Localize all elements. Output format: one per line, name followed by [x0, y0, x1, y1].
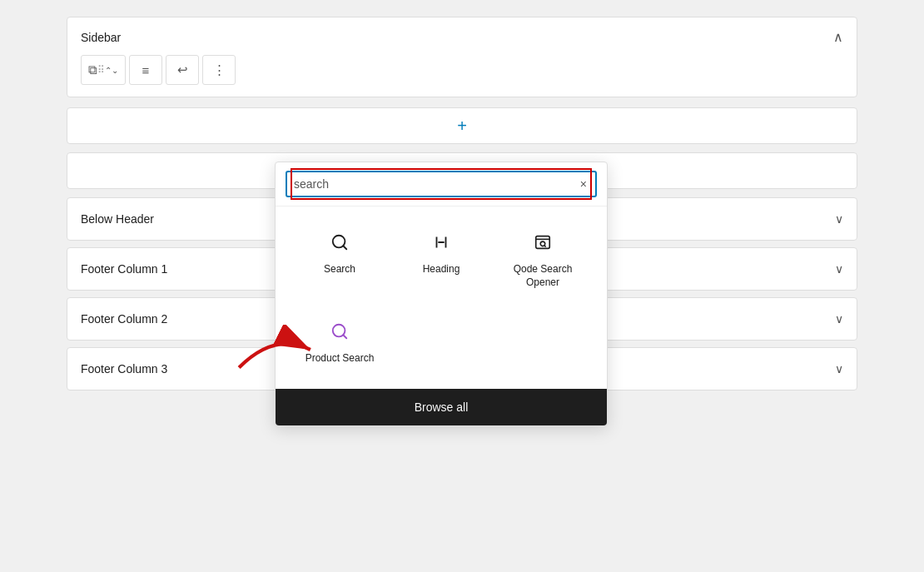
accordion-label: Footer Column 1	[81, 262, 167, 276]
sidebar-panel: Sidebar ∧ ⧉ ⠿ ⌃⌄ ≡ ↩ ⋮	[67, 17, 857, 97]
more-options-icon: ⋮	[213, 62, 226, 77]
sidebar-title: Sidebar	[81, 31, 121, 44]
svg-line-7	[343, 335, 346, 338]
chevron-down-icon: ∨	[835, 212, 843, 226]
chevron-down-icon: ∨	[835, 362, 843, 376]
product-search-icon	[330, 322, 349, 346]
heading-result-icon	[432, 233, 450, 256]
accordion-label: Footer Column 2	[81, 312, 167, 326]
undo-button[interactable]: ↩	[166, 55, 199, 85]
qode-search-opener-icon	[534, 233, 552, 256]
chevron-down-icon: ∨	[835, 262, 843, 276]
browse-all-button[interactable]: Browse all	[276, 389, 607, 425]
clear-search-button[interactable]: ×	[579, 176, 589, 192]
drag-icon: ⠿	[97, 64, 105, 76]
search-input-wrapper: ×	[276, 162, 607, 206]
sidebar-header: Sidebar ∧	[81, 29, 843, 45]
add-icon: +	[457, 117, 467, 136]
search-input-container: ×	[286, 171, 597, 197]
chevron-up-icon[interactable]: ∧	[833, 29, 843, 45]
align-icon: ≡	[142, 63, 150, 77]
copy-icon: ⧉	[88, 62, 97, 77]
undo-icon: ↩	[177, 62, 188, 77]
svg-point-4	[540, 241, 545, 246]
result-label-qode-search-opener: Qode Search Opener	[499, 263, 587, 289]
svg-line-5	[544, 246, 546, 247]
chevron-down-icon: ∨	[835, 312, 843, 326]
align-button[interactable]: ≡	[129, 55, 162, 85]
result-label-search: Search	[324, 263, 355, 276]
result-item-heading[interactable]: Heading	[390, 223, 492, 299]
svg-line-1	[343, 246, 346, 249]
search-popup: × Search Heading	[275, 162, 608, 426]
result-item-qode-search-opener[interactable]: Qode Search Opener	[492, 223, 594, 299]
result-item-product-search[interactable]: Product Search	[289, 312, 390, 376]
search-input[interactable]	[294, 177, 579, 191]
result-label-heading: Heading	[423, 263, 460, 276]
search-results-row1: Search Heading	[276, 206, 607, 312]
accordion-label: Footer Column 3	[81, 362, 167, 376]
sidebar-toolbar: ⧉ ⠿ ⌃⌄ ≡ ↩ ⋮	[81, 55, 843, 85]
more-options-button[interactable]: ⋮	[202, 55, 236, 85]
search-results-row2: Product Search	[276, 312, 607, 389]
result-item-search[interactable]: Search	[289, 223, 390, 299]
result-label-product-search: Product Search	[306, 352, 375, 366]
copy-button[interactable]: ⧉ ⠿ ⌃⌄	[81, 55, 126, 85]
updown-icon: ⌃⌄	[105, 66, 118, 75]
add-block-button[interactable]: +	[67, 107, 857, 144]
search-result-icon	[330, 233, 349, 256]
accordion-label: Below Header	[81, 212, 154, 226]
